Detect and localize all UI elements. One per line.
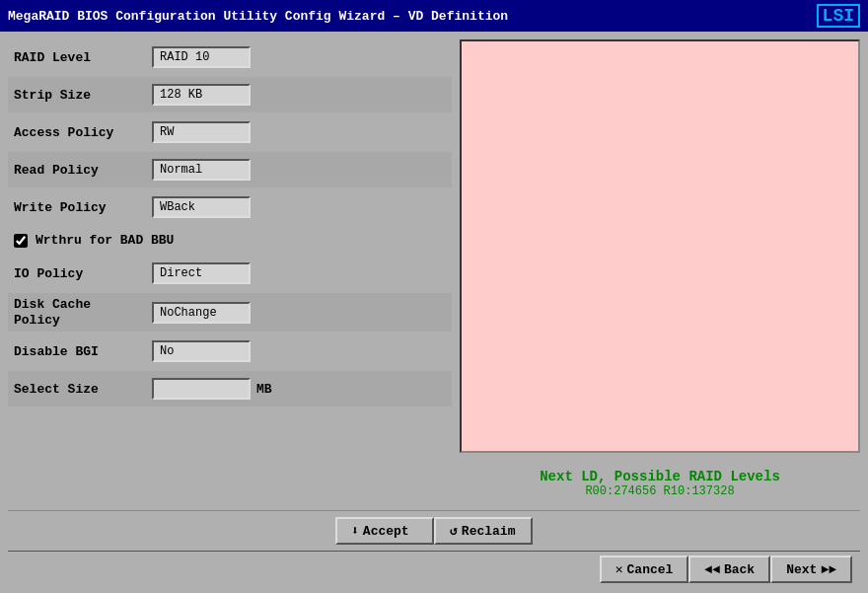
- info-box: Next LD, Possible RAID Levels R00:274656…: [460, 461, 860, 506]
- window-title: MegaRAID BIOS Configuration Utility Conf…: [8, 9, 508, 24]
- cancel-icon: ✕: [615, 561, 623, 577]
- pink-preview-box: [460, 39, 860, 453]
- write-policy-select[interactable]: WBack WThru Bad BBU: [152, 196, 251, 218]
- back-icon: ◄◄: [704, 562, 720, 577]
- strip-size-select-wrapper: 64 KB 128 KB 256 KB 512 KB 1 MB: [152, 84, 251, 106]
- disk-cache-policy-select[interactable]: NoChange Enable Disable: [152, 302, 251, 324]
- bottom-nav: ✕ Cancel ◄◄ Back Next ►►: [8, 551, 860, 587]
- read-policy-select[interactable]: Normal Ahead Adaptive NoAhead: [152, 159, 251, 181]
- access-policy-row: Access Policy RW RO Blocked RmvBlkd: [8, 114, 452, 150]
- disable-bgi-row: Disable BGI No Yes: [8, 334, 452, 369]
- reclaim-button[interactable]: ↺ Reclaim: [434, 517, 533, 545]
- strip-size-row: Strip Size 64 KB 128 KB 256 KB 512 KB 1 …: [8, 77, 452, 112]
- read-policy-label: Read Policy: [14, 163, 152, 178]
- write-policy-label: Write Policy: [14, 200, 152, 215]
- raid-level-select[interactable]: RAID 0 RAID 1 RAID 5 RAID 6 RAID 10 RAID…: [152, 46, 251, 68]
- accept-icon: ⬇: [351, 523, 359, 539]
- wrthru-label: Wrthru for BAD BBU: [36, 233, 174, 248]
- main-container: RAID Level RAID 0 RAID 1 RAID 5 RAID 6 R…: [0, 32, 868, 593]
- access-policy-label: Access Policy: [14, 125, 152, 140]
- back-button[interactable]: ◄◄ Back: [688, 556, 770, 583]
- right-panel: Next LD, Possible RAID Levels R00:274656…: [460, 39, 860, 506]
- strip-size-select[interactable]: 64 KB 128 KB 256 KB 512 KB 1 MB: [152, 84, 251, 106]
- mb-unit-label: MB: [256, 382, 272, 397]
- io-policy-label: IO Policy: [14, 266, 152, 281]
- bottom-buttons: ⬇ Accept ↺ Reclaim: [8, 510, 860, 551]
- disable-bgi-label: Disable BGI: [14, 344, 152, 359]
- raid-level-select-wrapper: RAID 0 RAID 1 RAID 5 RAID 6 RAID 10 RAID…: [152, 46, 251, 68]
- wrthru-checkbox-row: Wrthru for BAD BBU: [8, 227, 452, 254]
- content-area: RAID Level RAID 0 RAID 1 RAID 5 RAID 6 R…: [8, 39, 860, 506]
- left-panel: RAID Level RAID 0 RAID 1 RAID 5 RAID 6 R…: [8, 39, 452, 506]
- io-policy-select[interactable]: Direct Cached: [152, 262, 251, 284]
- disk-cache-policy-label: Disk Cache Policy: [14, 297, 152, 328]
- strip-size-label: Strip Size: [14, 88, 152, 103]
- write-policy-row: Write Policy WBack WThru Bad BBU: [8, 189, 452, 225]
- select-size-row: Select Size 137328 MB: [8, 371, 452, 407]
- title-bar: MegaRAID BIOS Configuration Utility Conf…: [0, 0, 868, 32]
- io-policy-row: IO Policy Direct Cached: [8, 256, 452, 291]
- info-title: Next LD, Possible RAID Levels: [468, 469, 852, 484]
- access-policy-select-wrapper: RW RO Blocked RmvBlkd: [152, 121, 251, 143]
- disk-cache-policy-row: Disk Cache Policy NoChange Enable Disabl…: [8, 293, 452, 332]
- raid-level-label: RAID Level: [14, 50, 152, 65]
- lsi-logo: LSI: [817, 4, 860, 28]
- reclaim-icon: ↺: [450, 523, 458, 539]
- accept-button[interactable]: ⬇ Accept: [335, 517, 434, 545]
- select-size-label: Select Size: [14, 382, 152, 397]
- read-policy-select-wrapper: Normal Ahead Adaptive NoAhead: [152, 159, 251, 181]
- disable-bgi-select-wrapper: No Yes: [152, 340, 251, 362]
- info-sub: R00:274656 R10:137328: [468, 484, 852, 498]
- access-policy-select[interactable]: RW RO Blocked RmvBlkd: [152, 121, 251, 143]
- wrthru-checkbox[interactable]: [14, 234, 28, 248]
- io-policy-select-wrapper: Direct Cached: [152, 262, 251, 284]
- write-policy-select-wrapper: WBack WThru Bad BBU: [152, 196, 251, 218]
- next-button[interactable]: Next ►►: [770, 556, 852, 583]
- disk-cache-select-wrapper: NoChange Enable Disable: [152, 302, 251, 324]
- next-icon: ►►: [821, 562, 836, 577]
- raid-level-row: RAID Level RAID 0 RAID 1 RAID 5 RAID 6 R…: [8, 39, 452, 75]
- disable-bgi-select[interactable]: No Yes: [152, 340, 251, 362]
- read-policy-row: Read Policy Normal Ahead Adaptive NoAhea…: [8, 152, 452, 187]
- select-size-input[interactable]: 137328: [152, 378, 251, 400]
- cancel-button[interactable]: ✕ Cancel: [600, 556, 689, 583]
